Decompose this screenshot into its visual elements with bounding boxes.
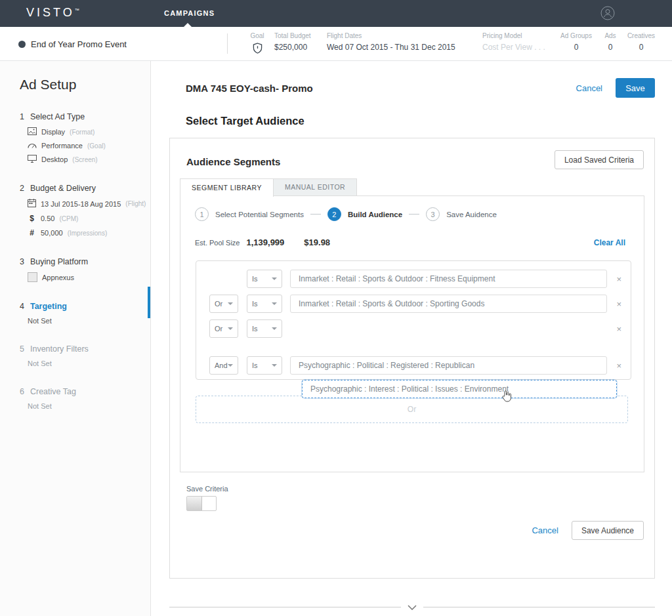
nav-item-campaigns[interactable]: CAMPAIGNS (164, 9, 215, 17)
image-icon (28, 127, 37, 136)
tab-segment-library[interactable]: SEGMENT LIBRARY (180, 178, 274, 197)
sidebar-item-performance: Performance (Goal) (28, 142, 150, 150)
sidebar-step-creative-tag: 6 Creative Tag Not Set (20, 387, 150, 410)
operator-dropdown[interactable]: Is (247, 295, 282, 313)
section-title: Select Target Audience (186, 115, 304, 127)
conjunction-dropdown[interactable]: Or (209, 319, 238, 338)
remove-segment-button[interactable]: × (616, 324, 621, 334)
save-audience-button[interactable]: Save Audience (572, 521, 644, 540)
item-text: Desktop (41, 155, 68, 163)
stepper-divider (310, 214, 321, 215)
stepper-divider (409, 214, 419, 215)
segment-field[interactable]: Psychographic : Political : Registered :… (290, 356, 607, 375)
stepper-label-2: Build Audience (348, 211, 402, 218)
item-text: Performance (41, 142, 83, 150)
segment-field[interactable]: Inmarket : Retail : Sports & Outdoor : F… (290, 270, 607, 288)
flight-dates-value: Wed 07 Oct 2015 - Thu 31 Dec 2015 (327, 43, 471, 52)
chevron-down-icon (272, 364, 277, 367)
flight-dates-label: Flight Dates (327, 32, 471, 39)
remove-segment-button[interactable]: × (616, 361, 621, 371)
item-suffix: (Screen) (72, 156, 97, 163)
pricing-model-label: Pricing Model (482, 32, 558, 39)
operator-dropdown[interactable]: Is (247, 270, 282, 288)
clear-all-link[interactable]: Clear All (594, 238, 625, 247)
sidebar-item-appnexus: Appnexus (28, 272, 150, 282)
total-budget-label: Total Budget (274, 32, 328, 39)
step-status: Not Set (28, 402, 150, 410)
segment-field-empty[interactable] (290, 319, 607, 338)
sidebar-item-impressions: # 50,000 (Impressions) (28, 228, 150, 237)
step-label: Targeting (30, 302, 67, 311)
step-number: 3 (20, 257, 24, 266)
step-header-budget-delivery[interactable]: 2 Budget & Delivery (20, 184, 150, 193)
segment-row: Is Inmarket : Retail : Sports & Outdoor … (209, 269, 621, 289)
item-text: Display (41, 128, 65, 136)
remove-segment-button[interactable]: × (616, 274, 621, 284)
chevron-down-icon (228, 327, 233, 330)
pool-size-label: Est. Pool Size (195, 239, 240, 247)
creatives-label: Creatives (622, 32, 660, 39)
user-account-icon[interactable] (600, 6, 615, 20)
step-header-select-ad-type[interactable]: 1 Select Ad Type (20, 112, 150, 121)
stat-total-budget: Total Budget $250,000 (274, 32, 328, 52)
operator-dropdown[interactable]: Is (247, 319, 282, 338)
save-button[interactable]: Save (616, 78, 655, 98)
item-suffix: (Format) (70, 129, 94, 136)
step-number: 6 (20, 387, 24, 396)
step-header-creative-tag[interactable]: 6 Creative Tag (20, 387, 150, 396)
header-divider (227, 33, 228, 54)
audience-segments-card: Audience Segments Load Saved Criteria SE… (169, 138, 655, 579)
drop-zone-label: Or (408, 405, 416, 414)
segment-group-box: Is Inmarket : Retail : Sports & Outdoor … (196, 260, 631, 380)
top-actions: Cancel Save (576, 78, 655, 98)
gauge-icon (28, 142, 37, 150)
item-suffix: (Impressions) (68, 230, 108, 237)
operator-value: Is (252, 361, 258, 369)
dragged-segment[interactable]: Psychographic : Interest : Political : I… (302, 380, 617, 398)
panel-title: Audience Segments (186, 156, 280, 167)
operator-dropdown[interactable]: Is (247, 356, 282, 375)
sidebar-step-targeting: 4 Targeting Not Set (20, 302, 150, 325)
step-header-targeting[interactable]: 4 Targeting (20, 302, 150, 311)
footer-cancel-link[interactable]: Cancel (532, 525, 558, 535)
sidebar-step-inventory-filters: 5 Inventory Filters Not Set (20, 344, 150, 367)
step-label: Inventory Filters (30, 344, 89, 354)
item-text: 13 Jul 2015-18 Aug 2015 (41, 200, 121, 208)
conjunction-dropdown[interactable]: And (209, 356, 238, 375)
stepper-step-2[interactable]: 2 (327, 207, 341, 221)
stepper-step-3[interactable]: 3 (426, 207, 440, 221)
step-number: 1 (20, 112, 24, 121)
hand-cursor-icon (501, 390, 512, 405)
item-suffix: (Flight) (125, 200, 146, 207)
save-criteria-toggle[interactable] (186, 496, 217, 511)
conjunction-dropdown[interactable]: Or (209, 295, 238, 313)
segment-drop-zone[interactable]: Or (196, 396, 628, 423)
goal-label: Goal (244, 32, 270, 39)
editor-tabs: SEGMENT LIBRARY MANUAL EDITOR (180, 178, 357, 197)
tab-manual-editor[interactable]: MANUAL EDITOR (274, 178, 357, 196)
cancel-link[interactable]: Cancel (576, 83, 602, 93)
checkbox-icon[interactable] (28, 272, 37, 282)
shield-icon (244, 43, 270, 56)
creatives-count: 0 (622, 43, 660, 52)
stepper-step-1[interactable]: 1 (195, 207, 209, 221)
step-header-buying-platform[interactable]: 3 Buying Platform (20, 257, 150, 266)
segment-row: Or Is × (209, 319, 621, 339)
load-saved-criteria-button[interactable]: Load Saved Criteria (555, 150, 644, 169)
item-text: Appnexus (42, 274, 74, 281)
step-header-inventory-filters[interactable]: 5 Inventory Filters (20, 344, 150, 354)
sidebar-item-display: Display (Format) (28, 127, 150, 136)
calendar-icon (28, 199, 36, 209)
collapse-chevron-icon[interactable] (401, 604, 423, 610)
segment-field[interactable]: Inmarket : Retail : Sports & Outdoor : S… (290, 295, 607, 313)
sidebar-step-select-ad-type: 1 Select Ad Type Display (Format) Perfor… (20, 112, 150, 164)
sidebar-title: Ad Setup (20, 77, 150, 92)
step-number: 4 (20, 302, 24, 311)
pricing-model-value: Cost Per View . . . (482, 43, 558, 52)
sidebar-step-buying-platform: 3 Buying Platform Appnexus (20, 257, 150, 282)
remove-segment-button[interactable]: × (616, 299, 621, 309)
chevron-down-icon (272, 277, 277, 280)
step-label: Creative Tag (30, 387, 76, 396)
segment-value: Inmarket : Retail : Sports & Outdoor : S… (299, 299, 484, 308)
step-number: 5 (20, 344, 24, 354)
